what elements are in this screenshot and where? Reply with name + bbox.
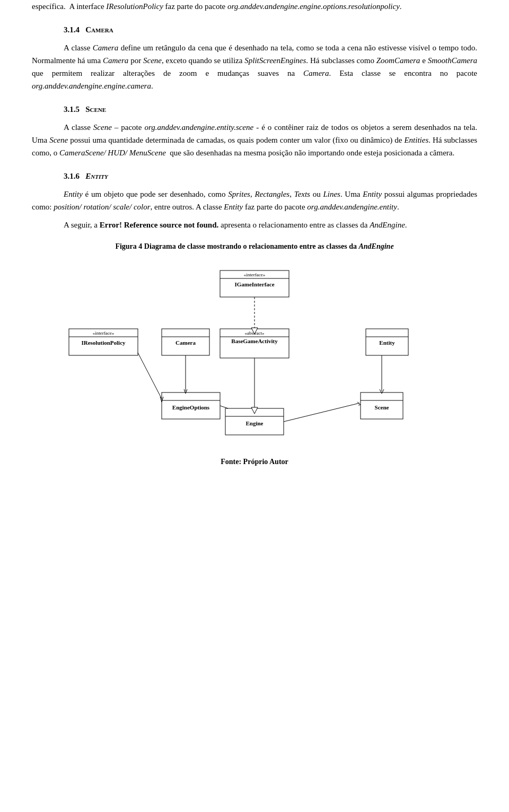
svg-text:BaseGameActivity: BaseGameActivity [231, 338, 278, 344]
uml-diagram-container: «interface» IResolutionPolicy Camera «in… [32, 260, 477, 451]
svg-line-39 [358, 405, 361, 405]
svg-text:IResolutionPolicy: IResolutionPolicy [81, 339, 126, 346]
svg-text:EngineOptions: EngineOptions [172, 404, 210, 411]
section-number-entity: 3.1.6 [64, 172, 80, 180]
top-paragraph: específica. A interface IResolutionPolic… [32, 0, 477, 13]
svg-text:Scene: Scene [375, 404, 389, 411]
section-number-camera: 3.1.4 [64, 25, 80, 34]
svg-line-37 [284, 403, 359, 422]
entity-paragraph-2: A seguir, a Error! Reference source not … [32, 219, 477, 231]
svg-line-31 [138, 353, 162, 399]
section-title-scene: Scene [85, 105, 106, 113]
uml-diagram: «interface» IResolutionPolicy Camera «in… [64, 260, 445, 451]
section-heading-scene: 3.1.5 Scene [64, 103, 477, 116]
camera-paragraph: A classe Camera define um retângulo da c… [32, 41, 477, 92]
scene-paragraph: A classe Scene – pacote org.anddev.anden… [32, 121, 477, 159]
figure-caption: Figura 4 Diagrama de classe mostrando o … [32, 241, 477, 252]
section-title-entity: Entity [85, 172, 108, 180]
svg-text:«interface»: «interface» [244, 272, 265, 277]
svg-text:«interface»: «interface» [93, 330, 114, 336]
svg-text:IGameInterface: IGameInterface [234, 281, 274, 287]
entity-paragraph-1: Entity é um objeto que pode ser desenhad… [32, 188, 477, 213]
svg-line-43 [220, 406, 228, 408]
svg-text:Engine: Engine [245, 420, 263, 426]
section-number-scene: 3.1.5 [64, 105, 80, 113]
svg-text:Entity: Entity [379, 339, 395, 346]
svg-text:Camera: Camera [175, 339, 196, 346]
section-title-camera: Camera [85, 25, 113, 34]
section-heading-camera: 3.1.4 Camera [64, 23, 477, 36]
figure-fonte: Fonte: Próprio Autor [32, 456, 477, 468]
section-heading-entity: 3.1.6 Entity [64, 170, 477, 182]
page-content: específica. A interface IResolutionPolic… [32, 0, 477, 468]
